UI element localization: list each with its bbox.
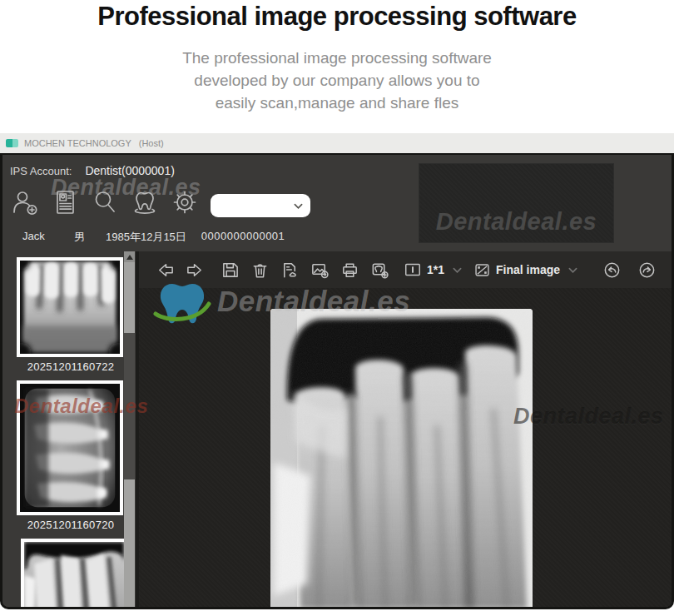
search-button[interactable] — [89, 186, 121, 218]
patient-record-button[interactable] — [49, 186, 81, 218]
account-row: IPS Account: Dentist(0000001) — [10, 164, 175, 177]
live-preview-panel: Dentaldeal.es — [419, 163, 614, 243]
account-label: IPS Account: — [10, 165, 72, 177]
page-title: Professional image processing software — [0, 2, 674, 32]
host-label: (Host) — [139, 138, 164, 148]
sidebar-scrollbar[interactable] — [124, 251, 135, 607]
scroll-up-button[interactable] — [124, 251, 135, 262]
xray-thumbnail-1-image — [20, 261, 120, 354]
patient-name: Jack — [22, 230, 72, 245]
xray-thumbnail-3[interactable] — [21, 539, 127, 609]
header-dropdown[interactable] — [211, 194, 310, 217]
xray-thumbnail-3-image — [24, 542, 124, 609]
settings-button[interactable] — [169, 186, 201, 218]
subtitle-line-1: The professional image processing softwa… — [0, 47, 674, 69]
image-mode-dropdown[interactable]: Final image — [473, 261, 577, 279]
header-toolbar — [9, 186, 201, 218]
patient-case-id: 0000000000001 — [201, 230, 285, 245]
main-xray-image[interactable] — [270, 309, 533, 609]
undo-icon — [602, 261, 622, 280]
tooth-icon — [131, 188, 159, 216]
tooth-button[interactable] — [129, 186, 161, 218]
person-add-icon — [11, 188, 39, 216]
page-subtitle: The professional image processing softwa… — [0, 47, 674, 114]
grid-layout-dropdown[interactable]: 1*1 — [404, 261, 462, 279]
xray-thumbnail-2-label: 20251201160720 — [2, 519, 139, 531]
app-frame: IPS Account: Dentist(0000001) Dentaldeal… — [0, 153, 674, 609]
image-export-icon — [310, 261, 330, 280]
main-xray-artwork — [270, 309, 533, 609]
hero-section: Professional image processing software T… — [0, 0, 674, 114]
printer-icon — [340, 261, 359, 280]
thumbnail-sidebar: 20251201160722 — [2, 251, 139, 607]
image-canvas-area: 1*1 Final image — [139, 251, 672, 607]
app-header: IPS Account: Dentist(0000001) Dentaldeal… — [2, 155, 672, 251]
scrollbar-thumb[interactable] — [124, 333, 135, 479]
gear-icon — [171, 188, 199, 216]
app-window: MOCHEN TECHNOLOGY (Host) IPS Account: De… — [0, 133, 674, 609]
add-patient-button[interactable] — [9, 186, 41, 218]
print-button[interactable] — [337, 257, 362, 282]
xray-thumbnail-1[interactable] — [17, 257, 123, 357]
save-button[interactable] — [217, 257, 242, 282]
xray-thumbnail-2-image — [20, 384, 120, 512]
redo-button[interactable] — [634, 257, 659, 282]
add-tooth-image-button[interactable] — [367, 257, 392, 282]
patient-info-row: Jack 男 1985年12月15日 0000000000001 — [22, 230, 285, 245]
app-name: MOCHEN TECHNOLOGY — [24, 138, 131, 148]
watermark-right: Dentaldeal.es — [513, 404, 664, 430]
back-button[interactable] — [152, 257, 177, 282]
canvas-toolbar: 1*1 Final image — [139, 251, 672, 288]
save-icon — [221, 261, 240, 280]
trash-icon — [250, 261, 270, 280]
search-icon — [91, 188, 119, 216]
subtitle-line-2: developed by our company allows you to — [0, 69, 674, 92]
image-export-button[interactable] — [307, 257, 332, 282]
patient-gender: 男 — [74, 230, 97, 245]
app-logo-icon — [6, 139, 18, 147]
patient-birthday: 1985年12月15日 — [106, 230, 186, 245]
chevron-down-icon — [294, 198, 303, 213]
xray-thumbnail-1-label: 20251201160722 — [2, 360, 139, 373]
forward-button[interactable] — [182, 257, 207, 282]
final-image-icon — [473, 261, 491, 279]
scroll-up-arrow-icon — [126, 255, 133, 260]
account-value: Dentist(0000001) — [85, 164, 174, 177]
document-cloud-icon — [280, 261, 300, 280]
grid-chevron-down-icon — [453, 262, 462, 277]
app-body: 20251201160722 — [2, 251, 672, 607]
subtitle-line-3: easily scan,manage and share fles — [0, 92, 674, 114]
arrow-left-icon — [156, 261, 175, 280]
patient-record-icon — [51, 188, 79, 216]
arrow-right-icon — [186, 261, 205, 280]
grid-layout-icon — [404, 261, 422, 279]
xray-thumbnail-2[interactable] — [17, 380, 123, 515]
window-titlebar: MOCHEN TECHNOLOGY (Host) — [0, 133, 674, 153]
grid-layout-value: 1*1 — [427, 263, 444, 276]
report-upload-button[interactable] — [277, 257, 302, 282]
image-mode-value: Final image — [496, 263, 560, 276]
watermark-preview: Dentaldeal.es — [436, 208, 597, 236]
image-mode-chevron-down-icon — [568, 262, 577, 277]
redo-icon — [637, 261, 657, 280]
delete-button[interactable] — [247, 257, 272, 282]
undo-button[interactable] — [599, 257, 624, 282]
tooth-image-add-icon — [370, 261, 389, 280]
